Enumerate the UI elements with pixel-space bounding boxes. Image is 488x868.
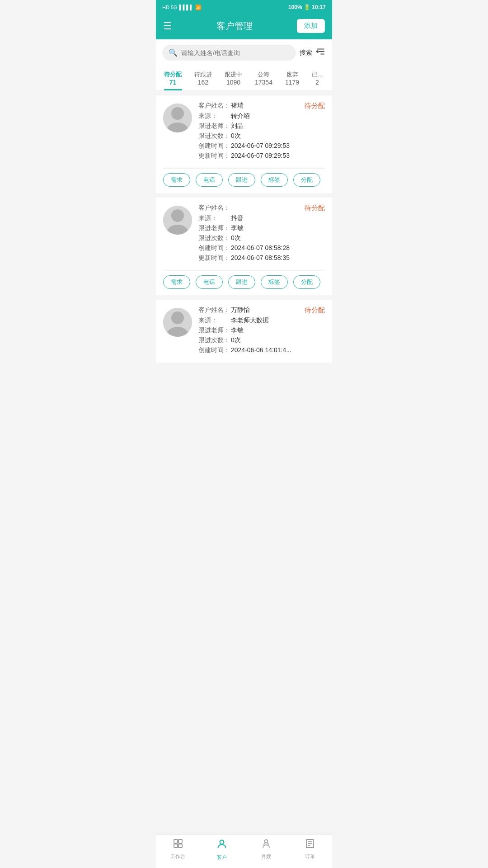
card-create-row-1: 创建时间： 2024-06-07 08:58:28 bbox=[198, 244, 325, 252]
search-button[interactable]: 搜索 bbox=[300, 49, 312, 57]
card-actions-0: 需求 电话 跟进 标签 分配 bbox=[156, 169, 332, 193]
label-source-0: 来源： bbox=[198, 112, 231, 120]
card-body-2: 客户姓名： 万静怡 待分配 来源： 李老师大数据 跟进老师： 李敏 跟进次数： … bbox=[156, 300, 332, 363]
card-teacher-row-1: 跟进老师： 李敏 bbox=[198, 224, 325, 232]
card-create-row-2: 创建时间： 2024-06-06 14:01:4... bbox=[198, 346, 325, 354]
network-icon: HD 5G bbox=[162, 5, 178, 10]
value-teacher-0: 刘晶 bbox=[231, 122, 325, 130]
tab-pending-assign[interactable]: 待分配 71 bbox=[158, 66, 188, 90]
label-source-1: 来源： bbox=[198, 214, 231, 222]
label-source-2: 来源： bbox=[198, 316, 231, 325]
value-source-2: 李老师大数据 bbox=[231, 316, 325, 325]
filter-icon[interactable] bbox=[316, 47, 326, 59]
card-body-1: 客户姓名： 待分配 来源： 抖音 跟进老师： 李敏 跟进次数： 0次 创建 bbox=[156, 198, 332, 270]
card-source-row-2: 来源： 李老师大数据 bbox=[198, 316, 325, 325]
value-name-2: 万静怡 bbox=[231, 306, 305, 314]
svg-point-11 bbox=[171, 311, 184, 324]
tab-pending-followup[interactable]: 待跟进 162 bbox=[188, 66, 218, 90]
label-name-2: 客户姓名： bbox=[198, 306, 231, 314]
status-right: 100% 🔋 10:17 bbox=[288, 4, 326, 10]
customer-card-1: 客户姓名： 待分配 来源： 抖音 跟进老师： 李敏 跟进次数： 0次 创建 bbox=[156, 198, 332, 295]
tab-abandoned-label: 废弃 bbox=[285, 71, 299, 79]
tab-public-sea-count: 17354 bbox=[255, 79, 272, 86]
label-create-2: 创建时间： bbox=[198, 346, 231, 354]
label-name-0: 客户姓名： bbox=[198, 102, 231, 110]
customer-card-2: 客户姓名： 万静怡 待分配 来源： 李老师大数据 跟进老师： 李敏 跟进次数： … bbox=[156, 300, 332, 363]
card-follow-row-1: 跟进次数： 0次 bbox=[198, 234, 325, 242]
label-follow-1: 跟进次数： bbox=[198, 234, 231, 242]
cards-container: 客户姓名： 褚瑞 待分配 来源： 转介绍 跟进老师： 刘晶 跟进次数： 0次 bbox=[156, 91, 332, 372]
card-update-row-0: 更新时间： 2024-06-07 09:29:53 bbox=[198, 152, 325, 160]
time-text: 10:17 bbox=[312, 4, 326, 10]
battery-text: 100% bbox=[288, 4, 302, 10]
action-demand-0[interactable]: 需求 bbox=[163, 173, 190, 187]
tab-other-label: 已... bbox=[312, 71, 323, 79]
status-badge-1: 待分配 bbox=[305, 204, 325, 212]
tab-other-count: 2 bbox=[312, 79, 323, 86]
value-name-0: 褚瑞 bbox=[231, 102, 305, 110]
action-phone-0[interactable]: 电话 bbox=[196, 173, 223, 187]
status-badge-2: 待分配 bbox=[305, 306, 325, 315]
action-followup-0[interactable]: 跟进 bbox=[228, 173, 255, 187]
value-source-1: 抖音 bbox=[231, 214, 325, 222]
customer-card-0: 客户姓名： 褚瑞 待分配 来源： 转介绍 跟进老师： 刘晶 跟进次数： 0次 bbox=[156, 95, 332, 193]
action-tag-1[interactable]: 标签 bbox=[261, 275, 288, 289]
tab-bar: 待分配 71 待跟进 162 跟进中 1090 公海 17354 废弃 1179… bbox=[156, 66, 332, 91]
label-update-0: 更新时间： bbox=[198, 152, 231, 160]
value-update-0: 2024-06-07 09:29:53 bbox=[231, 152, 325, 159]
action-tag-0[interactable]: 标签 bbox=[261, 173, 288, 187]
action-demand-1[interactable]: 需求 bbox=[163, 275, 190, 289]
card-teacher-row-0: 跟进老师： 刘晶 bbox=[198, 122, 325, 130]
value-create-2: 2024-06-06 14:01:4... bbox=[231, 346, 325, 354]
card-info-1: 客户姓名： 待分配 来源： 抖音 跟进老师： 李敏 跟进次数： 0次 创建 bbox=[198, 204, 325, 264]
label-teacher-0: 跟进老师： bbox=[198, 122, 231, 130]
card-update-row-1: 更新时间： 2024-06-07 08:58:35 bbox=[198, 254, 325, 262]
signal-icon: ▌▌▌▌ bbox=[179, 5, 193, 10]
value-create-1: 2024-06-07 08:58:28 bbox=[231, 244, 325, 251]
svg-point-3 bbox=[317, 51, 319, 52]
tab-following[interactable]: 跟进中 1090 bbox=[218, 66, 249, 90]
tab-pending-assign-label: 待分配 bbox=[164, 71, 182, 79]
search-bar: 🔍 搜索 bbox=[156, 39, 332, 66]
card-teacher-row-2: 跟进老师： 李敏 bbox=[198, 326, 325, 335]
card-info-0: 客户姓名： 褚瑞 待分配 来源： 转介绍 跟进老师： 刘晶 跟进次数： 0次 bbox=[198, 102, 325, 162]
search-icon: 🔍 bbox=[169, 48, 178, 57]
label-create-1: 创建时间： bbox=[198, 244, 231, 252]
tab-public-sea-label: 公海 bbox=[255, 71, 272, 79]
page-title: 客户管理 bbox=[216, 20, 253, 32]
card-name-row-2: 客户姓名： 万静怡 待分配 bbox=[198, 306, 325, 315]
action-phone-1[interactable]: 电话 bbox=[196, 275, 223, 289]
card-body-0: 客户姓名： 褚瑞 待分配 来源： 转介绍 跟进老师： 刘晶 跟进次数： 0次 bbox=[156, 95, 332, 168]
tab-other[interactable]: 已... 2 bbox=[305, 66, 329, 90]
card-actions-1: 需求 电话 跟进 标签 分配 bbox=[156, 271, 332, 295]
menu-button[interactable]: ☰ bbox=[163, 20, 172, 32]
status-bar: HD 5G ▌▌▌▌ 📶 100% 🔋 10:17 bbox=[156, 0, 332, 14]
card-info-2: 客户姓名： 万静怡 待分配 来源： 李老师大数据 跟进老师： 李敏 跟进次数： … bbox=[198, 306, 325, 356]
avatar-1 bbox=[163, 206, 192, 235]
add-button[interactable]: 添加 bbox=[297, 19, 325, 33]
action-followup-1[interactable]: 跟进 bbox=[228, 275, 255, 289]
tab-public-sea[interactable]: 公海 17354 bbox=[249, 66, 279, 90]
value-follow-0: 0次 bbox=[231, 132, 325, 140]
card-follow-row-2: 跟进次数： 0次 bbox=[198, 336, 325, 344]
card-create-row-0: 创建时间： 2024-06-07 09:29:53 bbox=[198, 142, 325, 150]
label-name-1: 客户姓名： bbox=[198, 204, 231, 212]
tab-abandoned[interactable]: 废弃 1179 bbox=[279, 66, 305, 90]
tab-following-label: 跟进中 bbox=[225, 71, 242, 79]
value-update-1: 2024-06-07 08:58:35 bbox=[231, 254, 325, 261]
action-assign-0[interactable]: 分配 bbox=[293, 173, 320, 187]
avatar-0 bbox=[163, 104, 192, 132]
status-badge-0: 待分配 bbox=[305, 102, 325, 110]
label-follow-0: 跟进次数： bbox=[198, 132, 231, 140]
label-create-0: 创建时间： bbox=[198, 142, 231, 150]
status-left: HD 5G ▌▌▌▌ 📶 bbox=[162, 5, 202, 10]
tab-pending-followup-count: 162 bbox=[194, 79, 212, 86]
value-teacher-2: 李敏 bbox=[231, 326, 325, 335]
card-name-row-1: 客户姓名： 待分配 bbox=[198, 204, 325, 212]
wifi-icon: 📶 bbox=[195, 5, 202, 10]
svg-point-8 bbox=[171, 209, 184, 222]
svg-point-5 bbox=[171, 107, 184, 120]
search-input[interactable] bbox=[181, 49, 290, 57]
value-source-0: 转介绍 bbox=[231, 112, 325, 120]
action-assign-1[interactable]: 分配 bbox=[293, 275, 320, 289]
